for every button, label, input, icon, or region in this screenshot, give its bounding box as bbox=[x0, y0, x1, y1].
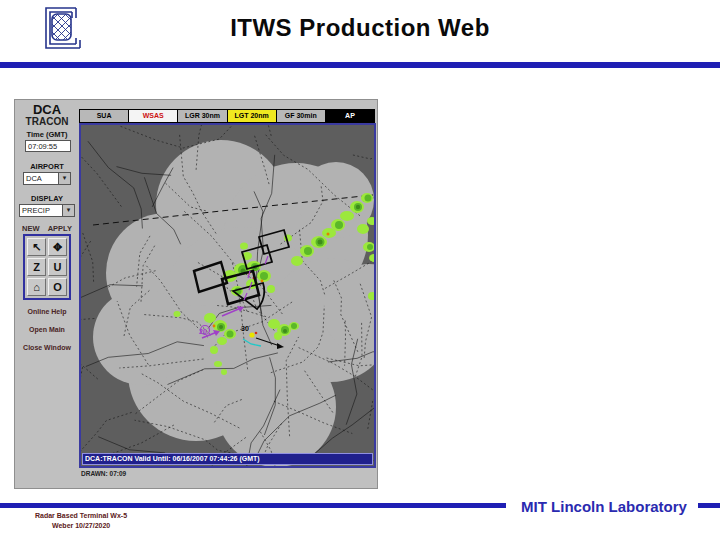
airport-select[interactable]: DCA ▾ bbox=[23, 172, 71, 185]
itws-app-window: DCA TRACON Time (GMT) 07:09:55 AIRPORT D… bbox=[14, 99, 378, 489]
new-button[interactable]: NEW bbox=[22, 224, 40, 233]
footer-slide-title: Radar Based Terminal Wx-5 bbox=[35, 512, 127, 519]
sidebar-links: Online HelpOpen MainClose Window bbox=[15, 308, 79, 362]
airport-dropdown-icon[interactable]: ▾ bbox=[58, 173, 70, 184]
display-select[interactable]: PRECIP ▾ bbox=[19, 204, 75, 217]
link-open-main[interactable]: Open Main bbox=[15, 326, 79, 333]
tab-sua[interactable]: SUA bbox=[80, 110, 129, 122]
tab-ap[interactable]: AP bbox=[326, 110, 374, 122]
facility-label: DCA bbox=[15, 102, 79, 117]
display-value: PRECIP bbox=[20, 206, 62, 215]
tab-lgt-20nm[interactable]: LGT 20nm bbox=[228, 110, 277, 122]
link-close-window[interactable]: Close Window bbox=[15, 344, 79, 351]
new-apply-row: NEW APPLY bbox=[15, 224, 79, 233]
link-online-help[interactable]: Online Help bbox=[15, 308, 79, 315]
product-tab-bar: SUAWSASLGR 30nmLGT 20nmGF 30minAP bbox=[79, 109, 375, 123]
home-button[interactable]: ⌂ bbox=[27, 278, 46, 296]
pointer-button[interactable]: ↖ bbox=[27, 238, 46, 256]
airport-label: AIRPORT bbox=[15, 162, 79, 171]
timer-label-20: 20 bbox=[199, 328, 207, 335]
page-title: ITWS Production Web bbox=[0, 14, 720, 42]
zoom-button[interactable]: Z bbox=[27, 258, 46, 276]
tab-wsas[interactable]: WSAS bbox=[129, 110, 178, 122]
footer-rule-right bbox=[698, 503, 720, 508]
header-rule bbox=[0, 62, 720, 68]
time-field[interactable]: 07:09:55 bbox=[25, 140, 71, 152]
footer-rule-left bbox=[0, 503, 506, 508]
drawn-timestamp: DRAWN: 07:09 bbox=[81, 470, 126, 477]
map-status-bar: DCA:TRACON Valid Until: 06/16/2007 07:44… bbox=[82, 453, 373, 465]
footer-brand: MIT Lincoln Laboratory bbox=[514, 498, 694, 515]
apply-button[interactable]: APPLY bbox=[48, 224, 72, 233]
tab-lgr-30nm[interactable]: LGR 30nm bbox=[178, 110, 227, 122]
map-tool-grid: ↖✥ZU⌂O bbox=[23, 234, 71, 300]
airport-value: DCA bbox=[24, 174, 58, 183]
unzoom-button[interactable]: U bbox=[48, 258, 67, 276]
display-dropdown-icon[interactable]: ▾ bbox=[62, 205, 74, 216]
tab-gf-30min[interactable]: GF 30min bbox=[277, 110, 326, 122]
time-label: Time (GMT) bbox=[15, 130, 79, 139]
radar-map[interactable]: 20 30 DCA:TRACON Valid Until: 06/16/2007… bbox=[79, 123, 376, 468]
radar-map-graphic: 20 30 bbox=[81, 125, 374, 466]
footer-author-date: Weber 10/27/2020 bbox=[52, 522, 110, 529]
pan-button[interactable]: ✥ bbox=[48, 238, 67, 256]
overlay-button[interactable]: O bbox=[48, 278, 67, 296]
slide: ITWS Production Web DCA TRACON Time (GMT… bbox=[0, 0, 720, 540]
timer-label-30: 30 bbox=[241, 325, 249, 332]
display-label: DISPLAY bbox=[15, 194, 79, 203]
facility-sub-label: TRACON bbox=[15, 116, 79, 127]
